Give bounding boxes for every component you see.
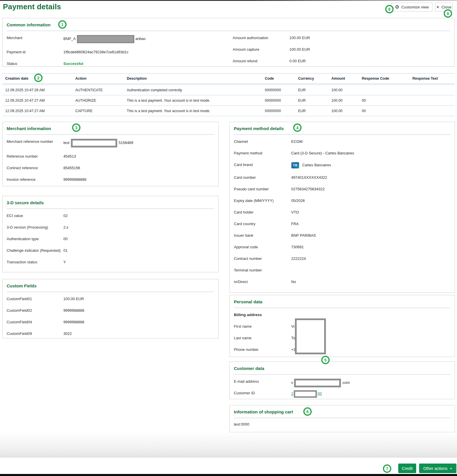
field-value: 3022 — [63, 331, 72, 336]
cell-action: AUTHENTICATE — [75, 88, 127, 92]
field-label: Issuer bank — [234, 233, 291, 238]
amount-authorisation-row: Amount authorisation 100.00 EUR — [229, 35, 402, 41]
field-value: No — [291, 279, 296, 284]
customize-view-button[interactable]: ⚙ Customize view — [391, 3, 432, 12]
window-bottom-edge — [0, 474, 457, 476]
field-label: Terminal number — [234, 267, 291, 273]
field-label: Payment method — [234, 150, 291, 156]
field-label: ivrDirect — [234, 279, 291, 284]
field-value: 497401XXXXXX4322 — [291, 175, 327, 180]
field-row: Expiry date (MM/YYYY) 05/2026 — [230, 198, 455, 203]
field-value: VTO — [291, 209, 299, 215]
field-value: 1f9cdeb660624ac79238e7ce61d93d1c — [63, 49, 129, 55]
section-divider — [234, 374, 451, 375]
field-row: Phone number +3 — [230, 347, 455, 352]
customer-id-link[interactable]: 200 — [291, 390, 322, 398]
field-row: Card brand CBCartes Bancaires — [230, 162, 455, 169]
cell-description: This is a test payment. Your account is … — [127, 99, 265, 103]
field-value: 100.00 EUR — [289, 47, 310, 52]
callout-9: 9 — [444, 9, 452, 18]
field-value: 0.00 EUR — [289, 58, 306, 64]
callout-1: 1 — [58, 20, 67, 29]
transactions-table-body: 12.09.2025 10:47:26 AM AUTHENTICATE Auth… — [2, 85, 455, 116]
amount-capture-row: Amount capture 100.00 EUR — [229, 47, 402, 52]
field-value: 9999988888 — [63, 319, 84, 325]
field-label: Amount capture — [233, 47, 289, 52]
field-label: Reference number — [7, 154, 63, 159]
transactions-table-header: Creation date Action Description Code Cu… — [2, 73, 455, 84]
field-label: Approval code — [234, 244, 291, 250]
field-label: Card country — [234, 221, 291, 227]
merchant-information-panel: Merchant information Merchant reference … — [2, 122, 219, 186]
field-row: Channel ECOM — [230, 139, 455, 144]
field-row: Pseudo card number 0275634275634322 — [230, 186, 455, 192]
field-label: Authentication type — [7, 236, 63, 242]
credit-button[interactable]: Credit — [398, 464, 416, 473]
redaction-box — [295, 318, 326, 354]
amount-refund-row: Amount refund 0.00 EUR — [229, 58, 402, 64]
redaction-box — [294, 390, 317, 398]
field-label: Status — [7, 61, 63, 66]
field-label: E-mail address — [234, 379, 291, 384]
section-divider — [7, 31, 450, 31]
field-row: Contract reference 85455156 — [3, 165, 218, 171]
field-label: Challenge indicator (Requested) — [7, 248, 63, 253]
field-row: Authentication type 00 — [3, 236, 218, 242]
redaction-box — [71, 139, 117, 147]
common-information-panel: Common information Merchant BNP_Aaribas … — [2, 18, 455, 67]
field-value: Y — [63, 259, 66, 265]
field-value: 0275634275634322 — [291, 186, 325, 192]
cell-description: Authentication completed correctly — [127, 88, 265, 92]
field-label: Channel — [234, 139, 291, 144]
common-right-column: Amount authorisation 100.00 EUR Amount c… — [229, 35, 402, 67]
field-label: Contract number — [234, 256, 291, 261]
cell-action: CAPTURE — [75, 109, 127, 113]
cell-amount: 100.00 — [331, 88, 362, 92]
close-icon: ✕ — [436, 5, 439, 9]
field-value: 02 — [63, 213, 67, 218]
callout-7: 7 — [383, 464, 391, 473]
field-label: 3-D version (Processing) — [7, 225, 63, 230]
field-row: ECI value 02 — [3, 213, 218, 218]
field-label: Customer ID — [234, 390, 291, 396]
callout-2: 2 — [34, 74, 43, 82]
column-header: Currency — [298, 76, 331, 81]
section-title: 3-D secure details — [3, 196, 218, 205]
field-row: Merchant reference number test5156489 — [3, 139, 218, 147]
field-row: CustomField02 9999988888 — [3, 308, 218, 313]
field-label: First name — [234, 324, 291, 329]
shopping-cart-panel: Information of shopping cart test:0000 — [230, 405, 455, 432]
cb-card-icon: CB — [291, 162, 299, 169]
billing-address-subtitle: Billing address — [234, 312, 262, 318]
field-value: 2222224 — [291, 256, 306, 261]
field-value: FRA — [291, 221, 299, 227]
table-row: 12.09.2025 10:47:26 AM AUTHENTICATE Auth… — [2, 85, 455, 95]
field-label: Last name — [234, 335, 291, 341]
field-row: ivrDirect No — [230, 279, 455, 284]
customize-view-label: Customize view — [401, 5, 429, 9]
callout-6: 6 — [303, 407, 312, 416]
section-divider — [234, 418, 451, 418]
field-label: Expiry date (MM/YYYY) — [234, 198, 291, 203]
section-title: Custom Fields — [3, 279, 218, 288]
transactions-table: Creation date Action Description Code Cu… — [2, 73, 455, 116]
callout-3: 3 — [72, 123, 80, 132]
other-actions-button[interactable]: Other actions ▲ — [419, 464, 456, 473]
field-row: Card number 497401XXXXXX4322 — [230, 175, 455, 180]
field-label: Merchant reference number — [7, 139, 63, 144]
cell-code: 00000000 — [265, 109, 298, 113]
column-header: Amount — [331, 76, 362, 81]
field-label: Invoice reference — [7, 177, 63, 182]
customer-id-row: Customer ID 200 — [230, 390, 455, 398]
cell-amount: 100.00 — [331, 109, 362, 113]
field-value: 85455156 — [63, 165, 80, 171]
column-header: Action — [75, 76, 127, 81]
field-label: Transaction status — [7, 259, 63, 265]
field-value: BNP PARIBAS — [291, 233, 316, 238]
other-actions-label: Other actions — [423, 466, 447, 471]
cell-description: This is a test payment. Your account is … — [127, 109, 265, 113]
customer-data-panel: Customer data E-mail address v.com Custo… — [230, 362, 455, 399]
redaction-box — [294, 379, 341, 387]
field-row: Contract number 2222224 — [230, 256, 455, 261]
field-row: CustomField01 100,00 EUR — [3, 296, 218, 302]
